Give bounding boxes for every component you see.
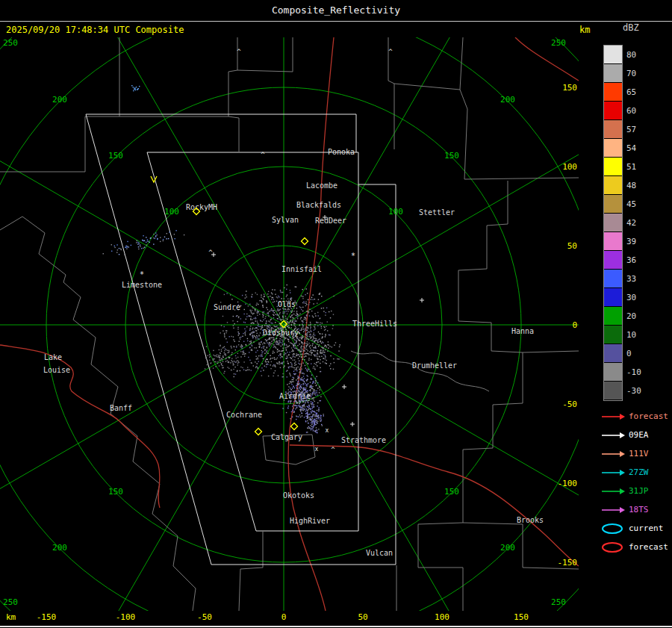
svg-text:Innisfail: Innisfail — [281, 265, 322, 273]
legend: forecast09EA111V27ZW31JP18TScurrentforec… — [600, 407, 672, 556]
svg-text:250: 250 — [3, 38, 18, 48]
arrow-icon — [600, 430, 626, 441]
colorbar-entry: 0 — [604, 344, 622, 363]
colorbar-entry: 42 — [604, 214, 622, 232]
svg-text:^: ^ — [331, 446, 335, 453]
svg-text:RedDeer: RedDeer — [315, 217, 346, 225]
svg-text:Airdrie: Airdrie — [279, 392, 311, 400]
svg-text:50: 50 — [358, 612, 367, 622]
colorbar-value: 48 — [626, 181, 636, 190]
axis-labels: 150100500-50-100-150-150-100-50050100150… — [6, 83, 577, 622]
colorbar-entry: 57 — [604, 120, 622, 139]
sidebar: dBZ 807065605754514845423936333020100-10… — [597, 22, 672, 556]
arrow-icon — [600, 449, 626, 459]
svg-text:-150: -150 — [37, 612, 57, 622]
svg-text:RockyMH: RockyMH — [186, 203, 217, 211]
svg-text:250: 250 — [3, 597, 18, 607]
svg-text:0: 0 — [281, 612, 287, 622]
svg-text:^: ^ — [388, 48, 393, 55]
svg-text:100: 100 — [562, 162, 577, 172]
legend-label: forecast — [629, 542, 668, 552]
svg-text:x: x — [315, 446, 319, 453]
svg-text:200: 200 — [500, 543, 515, 553]
colorbar-swatch — [604, 288, 622, 306]
colorbar-value: 36 — [626, 255, 636, 265]
svg-text:Sylvan: Sylvan — [272, 216, 299, 224]
colorbar-swatch — [604, 382, 622, 400]
svg-text:250: 250 — [551, 38, 566, 48]
colorbar-swatch — [604, 176, 622, 194]
svg-text:150: 150 — [444, 487, 459, 497]
arrow-icon — [600, 486, 626, 497]
svg-text:Brooks: Brooks — [517, 516, 544, 524]
legend-label: 09EA — [629, 430, 649, 440]
legend-row-forecast: forecast — [600, 538, 672, 556]
svg-text:150: 150 — [108, 151, 123, 161]
colorbar-value: 70 — [626, 69, 636, 78]
colorbar-entry: 51 — [604, 158, 622, 176]
colorbar-entry: 10 — [604, 326, 622, 344]
colorbar-entry: -10 — [604, 363, 622, 382]
legend-row-18ts: 18TS — [600, 500, 672, 519]
colorbar-value: 33 — [626, 274, 636, 284]
colorbar-swatch — [604, 307, 622, 325]
svg-text:Didsbury: Didsbury — [263, 329, 299, 337]
svg-text:Banff: Banff — [110, 404, 132, 412]
colorbar-swatch — [604, 102, 622, 119]
svg-text:km: km — [6, 612, 16, 622]
colorbar-entry: 70 — [604, 64, 622, 83]
arrow-icon — [600, 467, 626, 478]
svg-text:x: x — [326, 427, 329, 434]
colorbar-value: 65 — [626, 87, 636, 97]
colorbar-entry: 39 — [604, 232, 622, 251]
colorbar-entry: 36 — [604, 251, 622, 270]
svg-text:Louise: Louise — [43, 366, 70, 374]
colorbar-value: 60 — [626, 106, 636, 116]
legend-label: 111V — [629, 449, 649, 458]
legend-label: 27ZW — [629, 467, 649, 477]
bottom-border-line — [0, 626, 672, 627]
svg-text:Cochrane: Cochrane — [226, 411, 262, 419]
svg-text:Lake: Lake — [44, 353, 62, 361]
svg-text:Stettler: Stettler — [419, 208, 455, 217]
colorbar-swatch — [604, 46, 622, 63]
colorbar-value: 10 — [626, 330, 636, 340]
colorbar-swatch — [604, 363, 622, 381]
radial-lines — [0, 0, 672, 628]
coverage-outline — [86, 114, 396, 565]
arrow-icon — [600, 505, 626, 515]
legend-row-current: current — [600, 519, 672, 538]
svg-text:^: ^ — [237, 48, 241, 55]
svg-text:-100: -100 — [558, 479, 578, 488]
svg-text:*: * — [351, 252, 355, 260]
colorbar-value: 45 — [626, 199, 636, 209]
colorbar-entry: 60 — [604, 102, 622, 120]
legend-row-09ea: 09EA — [600, 426, 672, 444]
legend-label: current — [629, 523, 663, 533]
colorbar-entry: 30 — [604, 288, 622, 307]
colorbar-swatch — [604, 232, 622, 250]
colorbar-value: 80 — [626, 50, 636, 60]
colorbar-entry: 20 — [604, 307, 622, 326]
colorbar-title: dBZ — [623, 22, 672, 34]
colorbar-entry: 48 — [604, 176, 622, 195]
svg-text:-50: -50 — [562, 400, 577, 409]
svg-text:*: * — [140, 270, 144, 279]
svg-text:-150: -150 — [558, 558, 578, 568]
svg-text:150: 150 — [562, 83, 577, 93]
colorbar-value: 30 — [626, 293, 636, 302]
svg-text:-50: -50 — [197, 612, 212, 622]
colorbar-swatch — [604, 214, 622, 231]
svg-text:Olds: Olds — [278, 300, 296, 308]
svg-text:HighRiver: HighRiver — [290, 517, 330, 525]
svg-text:250: 250 — [551, 597, 566, 607]
colorbar-value: -10 — [626, 367, 641, 377]
colorbar-value: 20 — [626, 311, 636, 321]
svg-text:^: ^ — [261, 151, 265, 158]
svg-text:-100: -100 — [116, 612, 136, 622]
ellipse-icon — [600, 541, 626, 553]
colorbar-swatch — [604, 195, 622, 213]
svg-text:200: 200 — [500, 95, 515, 105]
colorbar-entry: 80 — [604, 46, 622, 64]
svg-text:Strathmore: Strathmore — [341, 436, 386, 444]
